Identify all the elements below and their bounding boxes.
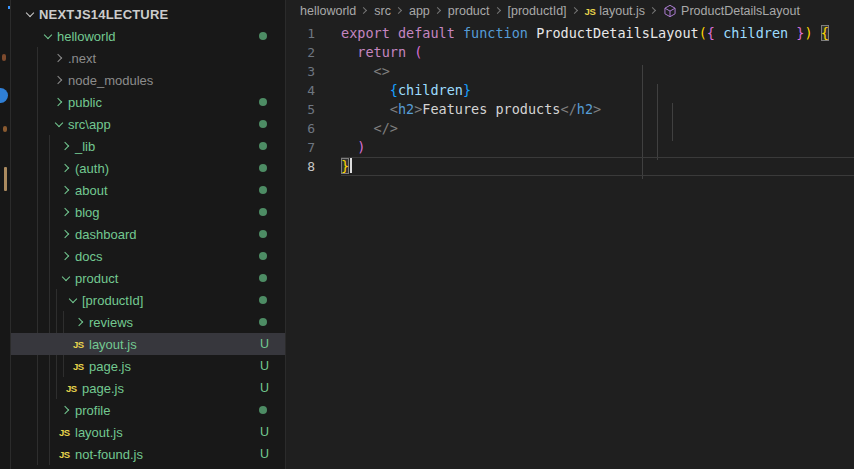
tree-item-label: .next (68, 51, 96, 66)
code-line[interactable]: 5 <h2>Features products</h2> (287, 100, 854, 119)
chevron-right-icon[interactable] (59, 161, 73, 175)
tree-item-docs[interactable]: docs (11, 245, 285, 267)
chevron-right-icon[interactable] (59, 205, 73, 219)
code-token (715, 25, 723, 41)
tree-item-about[interactable]: about (11, 179, 285, 201)
code-token: <> (374, 63, 390, 79)
breadcrumb: helloworldsrcappproduct[productId]JSlayo… (287, 0, 854, 22)
tree-item-page-js[interactable]: JSpage.jsU (11, 377, 285, 399)
chevron-shape (61, 142, 69, 150)
tree-item-not-found-js[interactable]: JSnot-found.jsU (11, 443, 285, 465)
code-line[interactable]: 3 <> (287, 62, 854, 81)
code-token (341, 63, 374, 79)
tree-item-profile[interactable]: profile (11, 399, 285, 421)
git-modified-dot-badge (259, 274, 267, 282)
code-token: ) (804, 25, 812, 41)
chevron-down-icon[interactable] (41, 29, 55, 43)
git-modified-dot-badge (259, 406, 267, 414)
breadcrumb-separator-chevron-icon (359, 5, 371, 17)
breadcrumb-label: layout.js (599, 4, 645, 18)
chevron-right-icon[interactable] (59, 249, 73, 263)
breadcrumb-label: src (374, 4, 391, 18)
chevron-right-icon[interactable] (52, 51, 66, 65)
chevron-shape (44, 31, 52, 39)
tree-item--auth-[interactable]: (auth) (11, 157, 285, 179)
code-token: return (357, 44, 406, 60)
tree-item-root[interactable]: NEXTJS14LECTURE (11, 3, 285, 25)
tree-item-label: helloworld (57, 29, 116, 44)
tree-item-public[interactable]: public (11, 91, 285, 113)
code-text: ) (341, 138, 365, 157)
tree-item-blog[interactable]: blog (11, 201, 285, 223)
tree-item-product[interactable]: product (11, 267, 285, 289)
code-line[interactable]: 2 return ( (287, 43, 854, 62)
code-editor[interactable]: 1export default function ProductDetailsL… (287, 22, 854, 176)
chevron-right-icon[interactable] (59, 183, 73, 197)
git-modified-dot-badge (259, 142, 267, 150)
chevron-right-icon[interactable] (52, 73, 66, 87)
tree-item-page-js[interactable]: JSpage.jsU (11, 355, 285, 377)
chevron-shape (434, 7, 441, 14)
chevron-down-icon[interactable] (23, 7, 37, 21)
code-line[interactable]: 1export default function ProductDetailsL… (287, 24, 854, 43)
chevron-shape (69, 295, 77, 303)
breadcrumb-item-app[interactable]: app (409, 4, 430, 18)
tree-item-label: not-found.js (75, 447, 143, 462)
tree-item--next[interactable]: .next (11, 47, 285, 69)
breadcrumb-item-src[interactable]: src (374, 4, 391, 18)
code-line[interactable]: 8} (287, 157, 854, 176)
chevron-right-icon[interactable] (59, 227, 73, 241)
tree-item-label: product (75, 271, 118, 286)
chevron-right-icon[interactable] (73, 315, 87, 329)
git-modified-dot-badge (259, 98, 267, 106)
chevron-down-icon[interactable] (52, 117, 66, 131)
code-token (813, 25, 821, 41)
chevron-shape (61, 186, 69, 194)
code-line[interactable]: 4 {children} (287, 81, 854, 100)
breadcrumb-item-productdetailslayout[interactable]: ProductDetailsLayout (663, 4, 800, 18)
js-file-icon: JS (73, 361, 89, 372)
code-token (390, 25, 398, 41)
tree-item-layout-js[interactable]: JSlayout.jsU (11, 421, 285, 443)
breadcrumb-label: ProductDetailsLayout (681, 4, 800, 18)
tree-item-helloworld[interactable]: helloworld (11, 25, 285, 47)
git-modified-dot-badge (259, 164, 267, 172)
tree-item-label: layout.js (75, 425, 123, 440)
tree-item--lib[interactable]: _lib (11, 135, 285, 157)
cursor-caret (350, 158, 352, 173)
breadcrumb-item-helloworld[interactable]: helloworld (300, 4, 356, 18)
git-modified-dot-badge (259, 296, 267, 304)
breadcrumb-item-product[interactable]: product (448, 4, 490, 18)
code-line[interactable]: 7 ) (287, 138, 854, 157)
tree-item-label: layout.js (89, 337, 137, 352)
git-untracked-badge: U (260, 359, 269, 373)
chevron-down-icon[interactable] (66, 293, 80, 307)
breadcrumb-item-layout-js[interactable]: JSlayout.js (585, 4, 645, 18)
code-token: </> (374, 120, 398, 136)
code-token (341, 139, 357, 155)
chevron-shape (61, 252, 69, 260)
activity-fragment (3, 126, 7, 132)
chevron-right-icon[interactable] (59, 139, 73, 153)
code-text: </> (341, 119, 398, 138)
tree-item-reviews[interactable]: reviews (11, 311, 285, 333)
chevron-down-icon[interactable] (59, 271, 73, 285)
tree-item-node-modules[interactable]: node_modules (11, 69, 285, 91)
chevron-right-icon[interactable] (52, 95, 66, 109)
code-token (528, 25, 536, 41)
chevron-right-icon[interactable] (59, 403, 73, 417)
code-line[interactable]: 6 </> (287, 119, 854, 138)
git-modified-dot-badge (259, 230, 267, 238)
breadcrumb-item--productid-[interactable]: [productId] (508, 4, 567, 18)
chevron-shape (61, 164, 69, 172)
tree-item-label: public (68, 95, 102, 110)
tree-item-layout-js[interactable]: JSlayout.jsU (11, 333, 285, 355)
code-token (341, 120, 374, 136)
code-token (406, 44, 414, 60)
tree-item-label: (auth) (75, 161, 109, 176)
tree-item-src-app[interactable]: src\app (11, 113, 285, 135)
tree-item-dashboard[interactable]: dashboard (11, 223, 285, 245)
git-untracked-badge: U (260, 447, 269, 461)
tree-item--productid-[interactable]: [productId] (11, 289, 285, 311)
code-token: > (593, 101, 601, 117)
